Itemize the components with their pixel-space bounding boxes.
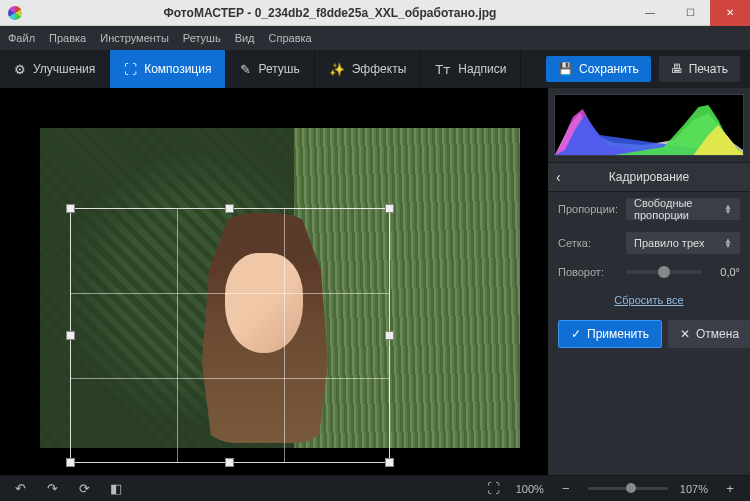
crop-handle-s[interactable] bbox=[225, 458, 234, 467]
sidebar: ‹ Кадрирование Пропорции: Свободные проп… bbox=[548, 88, 750, 475]
menu-file[interactable]: Файл bbox=[8, 32, 35, 44]
crop-handle-ne[interactable] bbox=[385, 204, 394, 213]
undo-button[interactable]: ↶ bbox=[10, 479, 30, 499]
check-icon: ✓ bbox=[571, 327, 581, 341]
minimize-button[interactable]: — bbox=[630, 0, 670, 26]
canvas[interactable] bbox=[0, 88, 548, 475]
slider-thumb[interactable] bbox=[658, 266, 670, 278]
menu-edit[interactable]: Правка bbox=[49, 32, 86, 44]
redo-button[interactable]: ↷ bbox=[42, 479, 62, 499]
rotate-slider[interactable] bbox=[626, 270, 702, 274]
menu-tools[interactable]: Инструменты bbox=[100, 32, 169, 44]
sliders-icon: ⚙ bbox=[14, 62, 26, 77]
zoom-slider[interactable] bbox=[588, 487, 668, 490]
window-title: ФотоМАСТЕР - 0_234db2_f8dde25a_XXL_обраб… bbox=[30, 6, 630, 20]
text-icon: Tᴛ bbox=[435, 62, 451, 77]
close-icon: ✕ bbox=[680, 327, 690, 341]
maximize-button[interactable]: ☐ bbox=[670, 0, 710, 26]
proportions-select[interactable]: Свободные пропорции ▲▼ bbox=[626, 198, 740, 220]
close-button[interactable]: ✕ bbox=[710, 0, 750, 26]
crop-icon: ⛶ bbox=[124, 62, 137, 77]
crop-handle-se[interactable] bbox=[385, 458, 394, 467]
chevron-updown-icon: ▲▼ bbox=[724, 238, 732, 248]
menu-retouch[interactable]: Ретушь bbox=[183, 32, 221, 44]
titlebar: ФотоМАСТЕР - 0_234db2_f8dde25a_XXL_обраб… bbox=[0, 0, 750, 26]
fit-button[interactable]: ⛶ bbox=[484, 479, 504, 499]
zoom-in-button[interactable]: + bbox=[720, 479, 740, 499]
crop-handle-w[interactable] bbox=[66, 331, 75, 340]
reset-link[interactable]: Сбросить все bbox=[614, 294, 683, 306]
zoom-fit-value: 100% bbox=[516, 483, 544, 495]
app-icon bbox=[8, 6, 22, 20]
wand-icon: ✨ bbox=[329, 62, 345, 77]
apply-button[interactable]: ✓Применить bbox=[558, 320, 662, 348]
compare-button[interactable]: ◧ bbox=[106, 479, 126, 499]
save-button[interactable]: 💾Сохранить bbox=[546, 56, 651, 82]
menu-view[interactable]: Вид bbox=[235, 32, 255, 44]
rotate-label: Поворот: bbox=[558, 266, 618, 278]
menubar: Файл Правка Инструменты Ретушь Вид Справ… bbox=[0, 26, 750, 50]
tabbar: ⚙Улучшения ⛶Композиция ✎Ретушь ✨Эффекты … bbox=[0, 50, 750, 88]
cancel-button[interactable]: ✕Отмена bbox=[668, 320, 750, 348]
statusbar: ↶ ↷ ⟳ ◧ ⛶ 100% − 107% + bbox=[0, 475, 750, 501]
menu-help[interactable]: Справка bbox=[269, 32, 312, 44]
zoom-thumb[interactable] bbox=[626, 483, 636, 493]
back-button[interactable]: ‹ bbox=[556, 169, 561, 185]
zoom-value: 107% bbox=[680, 483, 708, 495]
panel-title: Кадрирование bbox=[609, 170, 689, 184]
crop-handle-e[interactable] bbox=[385, 331, 394, 340]
rotate-value: 0,0° bbox=[710, 266, 740, 278]
proportions-label: Пропорции: bbox=[558, 203, 618, 215]
print-button[interactable]: 🖶Печать bbox=[659, 56, 740, 82]
grid-label: Сетка: bbox=[558, 237, 618, 249]
print-icon: 🖶 bbox=[671, 62, 683, 76]
crop-handle-sw[interactable] bbox=[66, 458, 75, 467]
panel-header: ‹ Кадрирование bbox=[548, 162, 750, 192]
tab-enhance[interactable]: ⚙Улучшения bbox=[0, 50, 110, 88]
histogram bbox=[554, 94, 744, 156]
crop-handle-n[interactable] bbox=[225, 204, 234, 213]
crop-rect[interactable] bbox=[70, 208, 390, 463]
crop-handle-nw[interactable] bbox=[66, 204, 75, 213]
tab-retouch[interactable]: ✎Ретушь bbox=[226, 50, 314, 88]
grid-select[interactable]: Правило трех ▲▼ bbox=[626, 232, 740, 254]
tab-effects[interactable]: ✨Эффекты bbox=[315, 50, 422, 88]
zoom-out-button[interactable]: − bbox=[556, 479, 576, 499]
tab-composition[interactable]: ⛶Композиция bbox=[110, 50, 226, 88]
brush-icon: ✎ bbox=[240, 62, 251, 77]
chevron-updown-icon: ▲▼ bbox=[724, 204, 732, 214]
tab-captions[interactable]: TᴛНадписи bbox=[421, 50, 521, 88]
save-icon: 💾 bbox=[558, 62, 573, 76]
history-button[interactable]: ⟳ bbox=[74, 479, 94, 499]
